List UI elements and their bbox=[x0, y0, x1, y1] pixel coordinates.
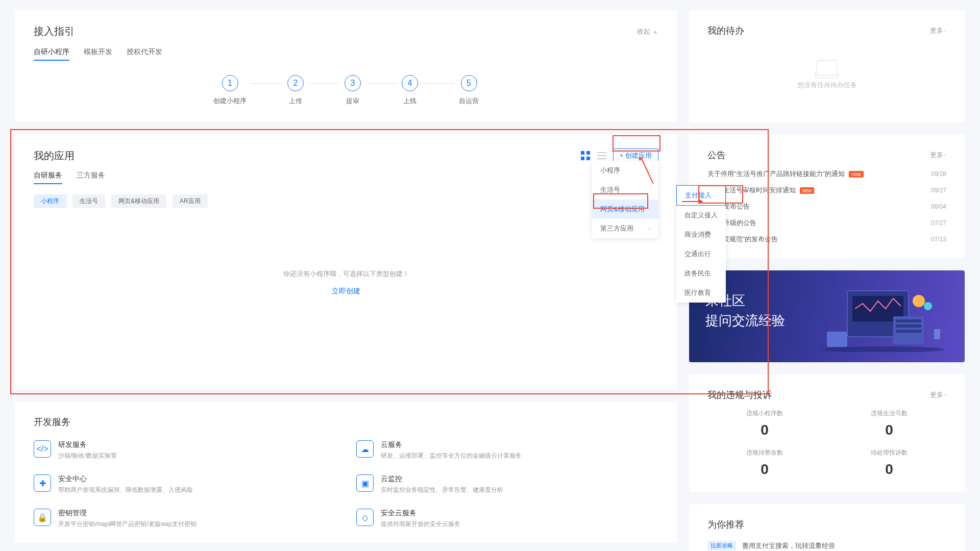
step-3[interactable]: 3提审 bbox=[345, 75, 361, 106]
todo-card: 我的待办 更多› 您没有任何待办任务 bbox=[689, 10, 965, 122]
announce-card: 公告 更多› 关于停用"生活号推广产品跳转链接能力"的通知new09/28 程序… bbox=[689, 135, 965, 258]
stat-pending-complaint: 待处理投诉数0 bbox=[832, 448, 946, 478]
violation-title: 我的违规与投诉 bbox=[707, 389, 772, 401]
guide-card: 接入指引 收起 ▲ 自研小程序 模板开发 授权代开发 1创建小程序 2上传 3提… bbox=[15, 10, 677, 122]
announce-more-link[interactable]: 更多› bbox=[930, 151, 946, 160]
guide-tabs: 自研小程序 模板开发 授权代开发 bbox=[34, 47, 658, 61]
svg-rect-16 bbox=[934, 329, 940, 339]
grid-view-icon[interactable] bbox=[580, 151, 591, 161]
announce-row[interactable]: H5网页规范"的发布公告07/13 bbox=[707, 235, 946, 244]
submenu-gov[interactable]: 政务民生 bbox=[676, 264, 726, 283]
chip-miniprogram[interactable]: 小程序 bbox=[34, 194, 66, 208]
todo-title: 我的待办 bbox=[707, 24, 744, 37]
guide-tab-1[interactable]: 模板开发 bbox=[84, 47, 112, 61]
submenu-custom[interactable]: 自定义接入 bbox=[676, 206, 726, 225]
svg-rect-14 bbox=[896, 330, 921, 333]
announce-row[interactable]: 程序/生活号审核时间安排通知new09/27 bbox=[707, 186, 946, 195]
annotation-red-arrow-right bbox=[682, 201, 702, 202]
guide-tab-0[interactable]: 自研小程序 bbox=[34, 47, 69, 61]
announce-row[interactable]: 组件"升级的公告07/27 bbox=[707, 218, 946, 228]
collapse-toggle[interactable]: 收起 ▲ bbox=[637, 27, 658, 36]
dev-item-seccloud[interactable]: ◇ 安全云服务提供对商家开放的安全云服务 bbox=[356, 509, 658, 529]
recommend-item[interactable]: 拉新攻略 善用支付宝搜索，玩转流量经营 bbox=[707, 541, 946, 550]
svg-rect-2 bbox=[581, 157, 584, 160]
dropdown-item-miniprogram[interactable]: 小程序› bbox=[592, 161, 658, 180]
inbox-icon bbox=[817, 60, 837, 76]
dev-item-monitor[interactable]: ▣ 云监控实时监控业务稳定性、异常告警、健康度分析 bbox=[356, 474, 658, 494]
steps-row: 1创建小程序 2上传 3提审 4上线 5自运营 bbox=[34, 70, 658, 108]
chip-lifenum[interactable]: 生活号 bbox=[72, 194, 105, 208]
dev-item-cloud[interactable]: ☁ 云服务研发、运维部署、监控等全方位的金融级云计算服务 bbox=[356, 440, 658, 460]
svg-rect-5 bbox=[597, 155, 606, 156]
svg-rect-15 bbox=[827, 332, 847, 347]
lock-icon: 🔒 bbox=[34, 509, 51, 526]
dropdown-item-lifenum[interactable]: 生活号 bbox=[592, 180, 658, 199]
stat-pending-fix: 违规待整改数0 bbox=[707, 448, 822, 478]
recommend-card: 为你推荐 拉新攻略 善用支付宝搜索，玩转流量经营 bbox=[689, 504, 965, 551]
svg-rect-12 bbox=[896, 319, 921, 322]
new-badge: new bbox=[800, 187, 814, 194]
announce-row[interactable]: 范"的发布公告08/04 bbox=[707, 202, 946, 211]
monitor-icon: ▣ bbox=[356, 474, 374, 492]
step-2[interactable]: 2上传 bbox=[287, 75, 304, 106]
guide-tab-2[interactable]: 授权代开发 bbox=[127, 47, 162, 61]
empty-text: 你还没有小程序哦，可选择以下类型创建！ bbox=[283, 269, 409, 279]
recommend-tag: 拉新攻略 bbox=[707, 541, 736, 550]
dropdown-item-web-mobile[interactable]: 网页&移动应用› bbox=[592, 199, 658, 219]
svg-point-10 bbox=[924, 302, 932, 310]
chip-web-mobile[interactable]: 网页&移动应用 bbox=[111, 194, 166, 208]
cloud-shield-icon: ◇ bbox=[356, 509, 374, 526]
svg-point-17 bbox=[822, 346, 944, 352]
guide-title: 接入指引 bbox=[34, 24, 75, 38]
shield-plus-icon: ✚ bbox=[34, 474, 51, 492]
chevron-right-icon: › bbox=[944, 391, 946, 398]
step-4[interactable]: 4上线 bbox=[402, 75, 418, 106]
new-badge: new bbox=[849, 171, 863, 178]
violation-more-link[interactable]: 更多› bbox=[930, 390, 946, 399]
violation-card: 我的违规与投诉 更多› 违规小程序数0 违规生活号数0 违规待整改数0 待处理投… bbox=[689, 374, 965, 492]
dev-item-security[interactable]: ✚ 安全中心帮助商户发现系统漏洞、降低数据泄露、入侵风险 bbox=[34, 474, 336, 494]
svg-point-9 bbox=[913, 295, 925, 307]
todo-empty-text: 您没有任何待办任务 bbox=[797, 81, 857, 90]
chevron-right-icon: › bbox=[648, 225, 650, 232]
chevron-right-icon: › bbox=[944, 152, 946, 159]
dev-item-key[interactable]: 🔒 密钥管理开发平台密钥/mapi网管产品密钥/老版wap支付密钥 bbox=[34, 509, 336, 529]
todo-more-link[interactable]: 更多› bbox=[930, 26, 946, 35]
svg-rect-3 bbox=[586, 157, 590, 160]
myapps-card: 我的应用 + 创建应用 自研服务 三方服务 小程序 生活号 网页&移 bbox=[15, 134, 677, 389]
code-icon: </> bbox=[34, 440, 51, 458]
banner-illustration bbox=[817, 281, 949, 352]
chevron-right-icon: › bbox=[648, 206, 650, 213]
step-1[interactable]: 1创建小程序 bbox=[213, 75, 247, 106]
dev-item-rd[interactable]: </> 研发服务沙箱/验收/数据实验室 bbox=[34, 440, 336, 460]
app-tab-self[interactable]: 自研服务 bbox=[34, 171, 62, 184]
dev-services-card: 开发服务 </> 研发服务沙箱/验收/数据实验室 ☁ 云服务研发、运维部署、监控… bbox=[15, 402, 677, 543]
empty-state: 你还没有小程序哦，可选择以下类型创建！ 立即创建 bbox=[34, 229, 658, 337]
create-link[interactable]: 立即创建 bbox=[332, 287, 360, 296]
step-5[interactable]: 5自运营 bbox=[459, 75, 479, 106]
chip-ar[interactable]: AR应用 bbox=[173, 194, 208, 208]
cloud-icon: ☁ bbox=[356, 440, 374, 458]
myapps-title: 我的应用 bbox=[34, 149, 75, 163]
recommend-title: 为你推荐 bbox=[707, 518, 744, 531]
announce-row[interactable]: 关于停用"生活号推广产品跳转链接能力"的通知new09/28 bbox=[707, 169, 946, 179]
submenu-medical[interactable]: 医疗教育 bbox=[676, 283, 726, 303]
svg-rect-0 bbox=[581, 151, 584, 155]
dev-services-title: 开发服务 bbox=[34, 416, 658, 428]
submenu-business[interactable]: 商业消费 bbox=[676, 225, 726, 244]
stat-lifenum-violation: 违规生活号数0 bbox=[832, 409, 946, 438]
announce-title: 公告 bbox=[707, 149, 726, 161]
svg-rect-13 bbox=[896, 324, 921, 328]
submenu-transport[interactable]: 交通出行 bbox=[676, 244, 726, 264]
svg-rect-4 bbox=[597, 152, 606, 153]
app-tab-third[interactable]: 三方服务 bbox=[77, 171, 105, 184]
svg-rect-6 bbox=[597, 158, 606, 159]
dropdown-item-third[interactable]: 第三方应用› bbox=[592, 219, 658, 238]
community-banner[interactable]: 来社区提问交流经验 bbox=[689, 270, 965, 362]
chevron-up-icon: ▲ bbox=[652, 28, 658, 35]
svg-rect-1 bbox=[586, 151, 590, 155]
list-view-icon[interactable] bbox=[597, 151, 607, 161]
stat-miniprogram-violation: 违规小程序数0 bbox=[707, 409, 822, 438]
chevron-right-icon: › bbox=[944, 27, 946, 34]
